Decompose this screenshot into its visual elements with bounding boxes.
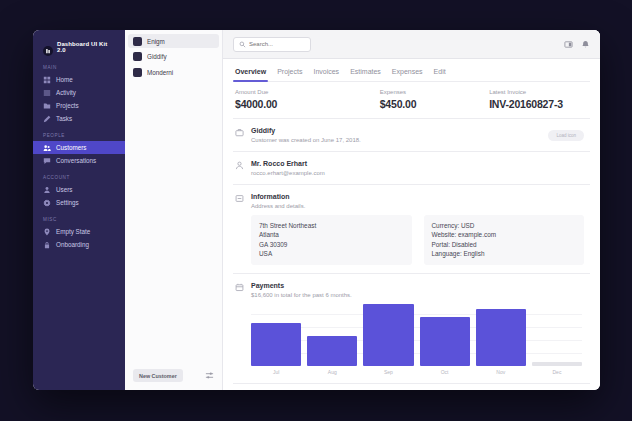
sidebar-item-users[interactable]: Users xyxy=(33,183,125,196)
sidebar-item-empty-state[interactable]: Empty State xyxy=(33,225,125,238)
sidebar-section-label: MISC xyxy=(43,217,115,222)
sidebar-item-label: Settings xyxy=(56,199,79,207)
search-icon xyxy=(239,41,246,48)
load-icon-button[interactable]: Load icon xyxy=(548,130,584,141)
bar-rect xyxy=(420,317,470,366)
bar-column-aug xyxy=(307,336,357,366)
conversations-icon xyxy=(43,157,51,165)
stat-value: $4000.00 xyxy=(235,98,380,110)
tab-bar: OverviewProjectsInvoicesEstimatesExpense… xyxy=(233,59,590,82)
stat-value: INV-20160827-3 xyxy=(489,98,588,110)
customer-list-item-giddify[interactable]: Giddify xyxy=(128,50,219,64)
sidebar-nav: MAINHomeActivityProjectsTasksPEOPLECusto… xyxy=(33,65,125,251)
tab-expenses[interactable]: Expenses xyxy=(392,68,423,81)
sidebar-item-label: Tasks xyxy=(56,115,72,123)
calendar-icon xyxy=(235,282,245,375)
sidebar-item-label: Home xyxy=(56,76,73,84)
stat-latest-invoice: Latest InvoiceINV-20160827-3 xyxy=(489,89,588,110)
bar-column-jul xyxy=(251,323,301,366)
sidebar-item-label: Customers xyxy=(56,144,86,152)
detail-line: Portal: Disabled xyxy=(432,240,577,250)
contact-name: Mr. Rocco Erhart xyxy=(251,160,588,167)
customer-list-item-monderni[interactable]: Monderni xyxy=(128,65,219,79)
stat-expenses: Expenses$450.00 xyxy=(380,89,489,110)
customers-icon xyxy=(43,144,51,152)
sidebar-section-label: ACCOUNT xyxy=(43,175,115,180)
app-logo[interactable]: Dashboard UI Kit 2.0 xyxy=(33,30,125,57)
sidebar-item-conversations[interactable]: Conversations xyxy=(33,154,125,167)
address-line: USA xyxy=(259,249,404,259)
payments-bar-chart: JulAugSepOctNovDec xyxy=(251,304,588,375)
bar-column-dec xyxy=(532,362,582,366)
tab-edit[interactable]: Edit xyxy=(434,68,446,81)
files-section: Files xyxy=(233,384,590,391)
information-subtitle: Address and details. xyxy=(251,203,588,209)
customer-list: EnigmGiddifyMonderni xyxy=(125,30,222,364)
tasks-icon xyxy=(43,115,51,123)
sidebar-item-label: Empty State xyxy=(56,228,90,236)
tab-projects[interactable]: Projects xyxy=(277,68,302,81)
customer-list-item-enigm[interactable]: Enigm xyxy=(128,34,219,48)
pin-icon xyxy=(43,228,51,236)
app-title: Dashboard UI Kit 2.0 xyxy=(57,41,115,53)
sidebar-item-label: Users xyxy=(56,186,72,194)
panel-toggle-icon[interactable] xyxy=(564,40,573,49)
sidebar-item-label: Conversations xyxy=(56,157,96,165)
gear-icon xyxy=(43,199,51,207)
activity-icon xyxy=(43,89,51,97)
contact-section: Mr. Rocco Erhart rocco.erhart@example.co… xyxy=(233,152,590,185)
company-name: Giddify xyxy=(251,127,588,134)
tab-estimates[interactable]: Estimates xyxy=(350,68,381,81)
user-icon xyxy=(43,186,51,194)
sidebar-item-label: Projects xyxy=(56,102,79,110)
new-customer-button[interactable]: New Customer xyxy=(133,369,183,382)
bar-label: Aug xyxy=(307,369,357,375)
payments-section: Payments $16,600 in total for the past 6… xyxy=(233,274,590,384)
bar-label: Jul xyxy=(251,369,301,375)
building-icon xyxy=(235,127,245,143)
information-title: Information xyxy=(251,193,588,200)
customer-name: Monderni xyxy=(147,69,173,76)
bar-column-nov xyxy=(476,309,526,366)
bar-label: Dec xyxy=(532,369,582,375)
bar-rect xyxy=(307,336,357,366)
company-created-text: Customer was created on June 17, 2018. xyxy=(251,137,588,143)
chart-bars xyxy=(251,304,582,366)
customer-name: Enigm xyxy=(147,38,165,45)
topbar-icons xyxy=(564,40,590,49)
info-card-icon xyxy=(235,193,245,265)
detail-line: Language: English xyxy=(432,249,577,259)
detail-line: Currency: USD xyxy=(432,221,577,231)
topbar xyxy=(223,30,600,59)
stat-label: Expenses xyxy=(380,89,489,95)
sidebar-item-activity[interactable]: Activity xyxy=(33,86,125,99)
sidebar-item-home[interactable]: Home xyxy=(33,73,125,86)
sidebar-item-settings[interactable]: Settings xyxy=(33,196,125,209)
sidebar-item-projects[interactable]: Projects xyxy=(33,99,125,112)
bar-label: Sep xyxy=(363,369,413,375)
sidebar: Dashboard UI Kit 2.0 MAINHomeActivityPro… xyxy=(33,30,125,390)
lock-icon xyxy=(43,241,51,249)
filter-sliders-icon[interactable] xyxy=(205,371,214,380)
bar-rect xyxy=(476,309,526,366)
search-input[interactable] xyxy=(249,41,305,47)
main-content: OverviewProjectsInvoicesEstimatesExpense… xyxy=(223,30,600,390)
stats-row: Amount Due$4000.00Expenses$450.00Latest … xyxy=(233,82,590,119)
sidebar-item-customers[interactable]: Customers xyxy=(33,141,125,154)
bar-rect xyxy=(363,304,413,366)
bar-column-sep xyxy=(363,304,413,366)
address-line: GA 30309 xyxy=(259,240,404,250)
sidebar-item-tasks[interactable]: Tasks xyxy=(33,112,125,125)
address-line: 7th Street Northeast xyxy=(259,221,404,231)
stat-value: $450.00 xyxy=(380,98,489,110)
customer-detail: OverviewProjectsInvoicesEstimatesExpense… xyxy=(223,59,600,390)
tab-overview[interactable]: Overview xyxy=(235,68,266,81)
bell-icon[interactable] xyxy=(581,40,590,49)
sidebar-item-onboarding[interactable]: Onboarding xyxy=(33,238,125,251)
payments-title: Payments xyxy=(251,282,588,289)
stat-amount-due: Amount Due$4000.00 xyxy=(235,89,380,110)
tab-invoices[interactable]: Invoices xyxy=(313,68,339,81)
search-box[interactable] xyxy=(233,37,311,52)
address-box: 7th Street NortheastAtlantaGA 30309USA xyxy=(251,215,412,265)
app-window: Dashboard UI Kit 2.0 MAINHomeActivityPro… xyxy=(33,30,600,390)
